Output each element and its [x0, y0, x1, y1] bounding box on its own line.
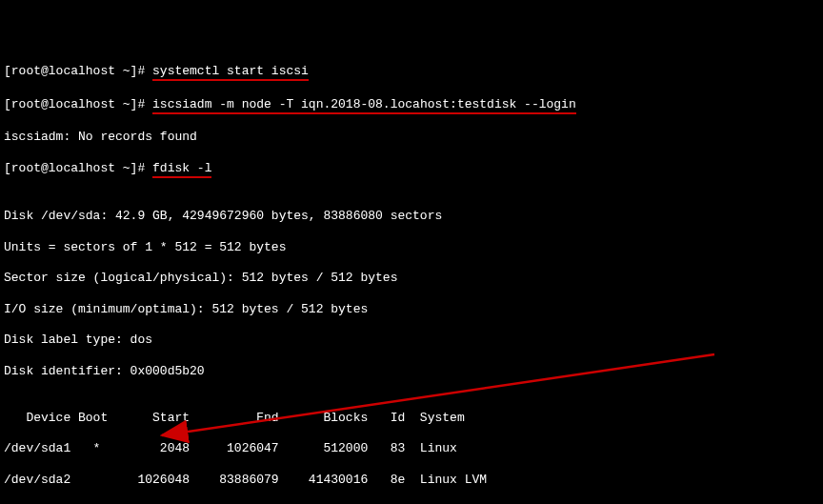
partition-table-row: /dev/sda2 1026048 83886079 41430016 8e L… — [4, 473, 819, 488]
prompt: [root@localhost ~]# — [4, 161, 152, 175]
partition-table-header: Device Boot Start End Blocks Id System — [4, 411, 819, 426]
prompt: [root@localhost ~]# — [4, 64, 152, 78]
terminal-output: Sector size (logical/physical): 512 byte… — [4, 271, 819, 286]
command-text: fdisk -l — [152, 161, 211, 178]
terminal-output: Disk /dev/sda: 42.9 GB, 42949672960 byte… — [4, 209, 819, 224]
terminal-output: I/O size (minimum/optimal): 512 bytes / … — [4, 302, 819, 317]
terminal-output: Disk label type: dos — [4, 333, 819, 348]
terminal-line: [root@localhost ~]# iscsiadm -m node -T … — [4, 97, 819, 114]
partition-table-row: /dev/sda1 * 2048 1026047 512000 83 Linux — [4, 441, 819, 456]
command-text: iscsiadm -m node -T iqn.2018-08.locahost… — [152, 97, 576, 114]
terminal-output: iscsiadm: No records found — [4, 130, 819, 145]
prompt: [root@localhost ~]# — [4, 97, 152, 111]
terminal-output: Disk identifier: 0x000d5b20 — [4, 364, 819, 379]
command-text: systemctl start iscsi — [152, 64, 309, 81]
terminal-line: [root@localhost ~]# fdisk -l — [4, 161, 819, 178]
terminal-output: Units = sectors of 1 * 512 = 512 bytes — [4, 240, 819, 255]
terminal-line: [root@localhost ~]# systemctl start iscs… — [4, 64, 819, 81]
